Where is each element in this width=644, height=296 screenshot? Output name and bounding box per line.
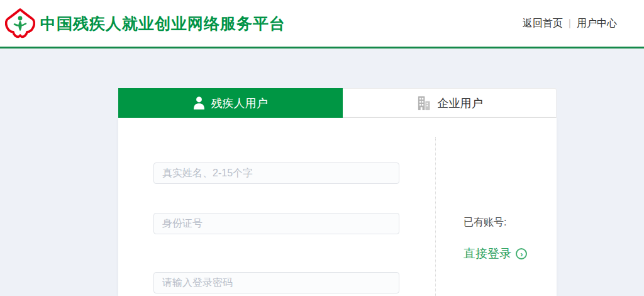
tab-enterprise-user[interactable]: 企业用户	[343, 88, 557, 118]
nav-home-link[interactable]: 返回首页	[523, 17, 563, 30]
circle-chevron-right-icon: ›	[516, 248, 527, 259]
nav-user-center-link[interactable]: 用户中心	[577, 17, 617, 30]
building-icon	[416, 96, 431, 110]
existing-account-panel: 已有账号: 直接登录 ›	[464, 216, 527, 262]
site-title: 中国残疾人就业创业网络服务平台	[40, 13, 286, 34]
tab-disabled-user[interactable]: 残疾人用户	[118, 88, 343, 118]
register-card: 残疾人用户 企业用户	[118, 88, 557, 296]
direct-login-label: 直接登录	[464, 246, 511, 262]
tab-enterprise-user-label: 企业用户	[438, 96, 483, 111]
have-account-label: 已有账号:	[464, 216, 527, 229]
nav-divider: |	[569, 18, 571, 29]
vertical-dotted-divider	[435, 137, 436, 296]
tab-disabled-user-label: 残疾人用户	[211, 96, 268, 111]
page-background: 残疾人用户 企业用户	[0, 48, 644, 296]
registration-form-panel: 已有账号: 直接登录 ›	[118, 118, 557, 296]
header: 中国残疾人就业创业网络服务平台 返回首页 | 用户中心	[0, 0, 644, 48]
direct-login-link[interactable]: 直接登录 ›	[464, 246, 527, 262]
cdpf-logo-icon	[5, 8, 35, 39]
registration-form	[153, 162, 399, 293]
id-number-input[interactable]	[153, 213, 399, 234]
top-nav: 返回首页 | 用户中心	[523, 17, 617, 30]
brand: 中国残疾人就业创业网络服务平台	[5, 8, 286, 39]
person-icon	[194, 96, 204, 110]
user-type-tabs: 残疾人用户 企业用户	[118, 88, 557, 118]
real-name-input[interactable]	[153, 162, 399, 184]
password-input[interactable]	[153, 272, 399, 293]
